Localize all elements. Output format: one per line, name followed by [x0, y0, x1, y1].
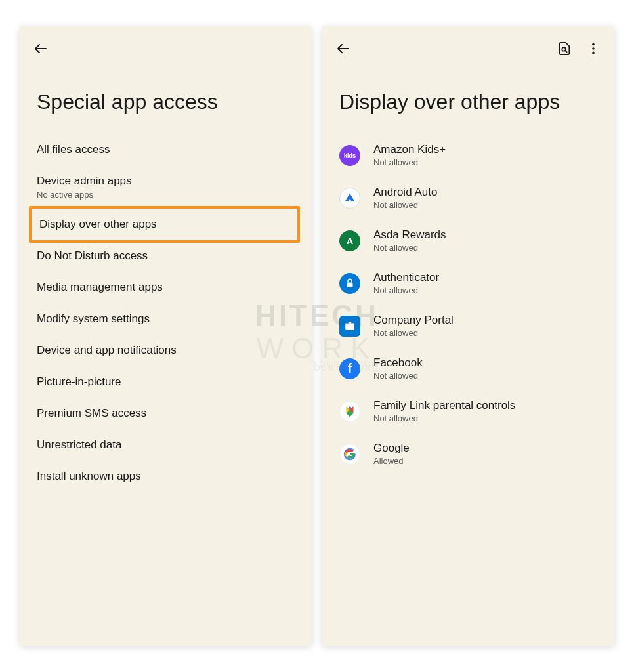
app-info: Authenticator Not allowed [373, 271, 439, 295]
list-item-label: Device admin apps [37, 175, 295, 188]
list-item-do-not-disturb-access[interactable]: Do Not Disturb access [20, 240, 312, 272]
list-item-display-over-other-apps[interactable]: Display over other apps [29, 206, 300, 243]
list-item-device-app-notifications[interactable]: Device and app notifications [20, 335, 312, 366]
page-title-left: Special app access [20, 63, 312, 127]
list-item-label: Display over other apps [39, 218, 289, 231]
svg-rect-4 [347, 282, 353, 287]
app-status-label: Not allowed [373, 285, 439, 295]
top-bar-actions [557, 41, 601, 56]
list-item-label: Media management apps [37, 281, 295, 294]
page-title-right: Display over other apps [322, 63, 614, 121]
app-info: Family Link parental controls Not allowe… [373, 399, 515, 423]
app-info: Facebook Not allowed [373, 356, 423, 381]
list-item-label: Picture-in-picture [37, 375, 295, 388]
app-name-label: Android Auto [373, 186, 437, 199]
app-item-company-portal[interactable]: Company Portal Not allowed [322, 304, 614, 347]
app-status-label: Allowed [373, 456, 410, 466]
list-item-device-admin-apps[interactable]: Device admin apps No active apps [20, 165, 312, 209]
app-info: Amazon Kids+ Not allowed [373, 143, 446, 167]
back-arrow-icon[interactable] [33, 41, 49, 56]
svg-point-1 [592, 43, 595, 46]
app-info: Company Portal Not allowed [373, 314, 454, 338]
right-phone-screen: Display over other apps kids Amazon Kids… [322, 26, 614, 646]
top-bar-right [322, 26, 614, 63]
app-status-label: Not allowed [373, 328, 454, 338]
app-name-label: Amazon Kids+ [373, 143, 446, 156]
app-item-facebook[interactable]: f Facebook Not allowed [322, 347, 614, 390]
app-icon-authenticator [339, 273, 360, 294]
app-list: kids Amazon Kids+ Not allowed Android Au… [322, 121, 614, 475]
app-icon-family-link [339, 401, 360, 422]
svg-rect-5 [345, 323, 354, 330]
app-name-label: Company Portal [373, 314, 454, 327]
list-item-label: Modify system settings [37, 312, 295, 326]
app-item-amazon-kids[interactable]: kids Amazon Kids+ Not allowed [322, 134, 614, 177]
app-status-label: Not allowed [373, 413, 515, 423]
list-item-media-management-apps[interactable]: Media management apps [20, 272, 312, 303]
left-phone-screen: Special app access All files access Devi… [20, 26, 312, 646]
app-icon-google [339, 444, 360, 465]
svg-point-3 [592, 52, 595, 54]
list-item-label: Unrestricted data [37, 438, 295, 452]
svg-rect-6 [349, 322, 352, 323]
list-item-premium-sms-access[interactable]: Premium SMS access [20, 398, 312, 429]
list-item-label: All files access [37, 143, 295, 156]
list-item-label: Premium SMS access [37, 407, 295, 420]
app-icon-company-portal [339, 316, 360, 337]
app-name-label: Family Link parental controls [373, 399, 515, 412]
app-info: Android Auto Not allowed [373, 186, 437, 210]
list-item-all-files-access[interactable]: All files access [20, 134, 312, 165]
list-item-picture-in-picture[interactable]: Picture-in-picture [20, 366, 312, 398]
app-status-label: Not allowed [373, 158, 446, 167]
list-item-label: Do Not Disturb access [37, 249, 295, 262]
list-item-label: Install unknown apps [37, 470, 295, 483]
app-status-label: Not allowed [373, 243, 446, 253]
settings-list: All files access Device admin apps No ac… [20, 127, 312, 492]
app-name-label: Google [373, 442, 410, 455]
app-info: Asda Rewards Not allowed [373, 228, 446, 253]
search-icon[interactable] [557, 41, 572, 56]
app-icon-android-auto [339, 188, 360, 209]
back-arrow-icon[interactable] [335, 41, 351, 56]
app-item-google[interactable]: Google Allowed [322, 432, 614, 475]
app-status-label: Not allowed [373, 200, 437, 210]
app-icon-asda-rewards: A [339, 230, 360, 251]
top-bar-left [20, 26, 312, 63]
list-item-install-unknown-apps[interactable]: Install unknown apps [20, 461, 312, 492]
app-icon-facebook: f [339, 358, 360, 379]
svg-point-2 [592, 47, 595, 50]
app-name-label: Authenticator [373, 271, 439, 284]
list-item-label: Device and app notifications [37, 344, 295, 357]
more-vertical-icon[interactable] [585, 41, 601, 56]
app-item-android-auto[interactable]: Android Auto Not allowed [322, 177, 614, 219]
list-item-unrestricted-data[interactable]: Unrestricted data [20, 429, 312, 461]
app-item-authenticator[interactable]: Authenticator Not allowed [322, 262, 614, 304]
list-item-sublabel: No active apps [37, 190, 295, 200]
app-item-asda-rewards[interactable]: A Asda Rewards Not allowed [322, 219, 614, 262]
app-icon-amazon-kids: kids [339, 145, 360, 166]
app-name-label: Asda Rewards [373, 228, 446, 242]
app-info: Google Allowed [373, 442, 410, 466]
app-status-label: Not allowed [373, 371, 423, 381]
app-name-label: Facebook [373, 356, 423, 369]
list-item-modify-system-settings[interactable]: Modify system settings [20, 303, 312, 335]
app-item-family-link[interactable]: Family Link parental controls Not allowe… [322, 390, 614, 432]
